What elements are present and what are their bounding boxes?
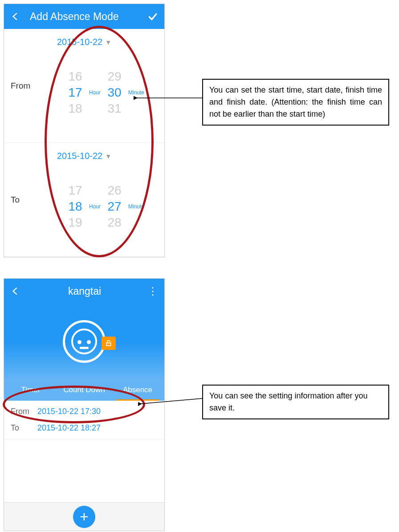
header: kangtai ⋮ xyxy=(4,279,164,304)
picker-value: 29 xyxy=(107,69,121,85)
picker-value: 17 xyxy=(68,85,82,101)
lock-icon[interactable] xyxy=(102,337,116,350)
page-title: kangtai xyxy=(22,285,147,297)
more-icon[interactable]: ⋮ xyxy=(147,285,159,297)
chevron-down-icon: ▼ xyxy=(105,39,111,46)
screen-add-absence: Add Absence Mode From 2015-10-22 ▼ 16 17… xyxy=(4,4,165,257)
to-label: To xyxy=(11,423,37,433)
back-arrow-icon[interactable] xyxy=(9,285,22,297)
callout-text: You can see the setting information afte… xyxy=(202,385,389,419)
picker-value: 31 xyxy=(107,101,121,117)
minute-unit: Minute xyxy=(128,203,144,210)
add-button[interactable]: + xyxy=(73,506,95,528)
from-label: From xyxy=(4,29,49,142)
from-section: From 2015-10-22 ▼ 16 17 18 Hour 29 30 31… xyxy=(4,29,164,143)
back-arrow-icon[interactable] xyxy=(9,10,22,23)
picker-value: 28 xyxy=(107,215,121,231)
bottom-bar: + xyxy=(4,502,164,531)
chevron-down-icon: ▼ xyxy=(105,153,111,160)
picker-value: 18 xyxy=(68,101,82,117)
picker-value: 18 xyxy=(68,199,82,215)
picker-value: 17 xyxy=(68,183,82,199)
page-title: Add Absence Mode xyxy=(22,11,147,23)
screen-device-detail: kangtai ⋮ Timer Count Down Absence From … xyxy=(4,278,165,531)
hour-unit: Hour xyxy=(89,89,101,96)
from-time-picker[interactable]: 16 17 18 Hour 29 30 31 Minute xyxy=(66,69,147,117)
plug-icon[interactable] xyxy=(63,320,106,363)
device-hero xyxy=(4,304,164,379)
confirm-icon[interactable] xyxy=(147,10,159,23)
to-date-selector[interactable]: 2015-10-22 ▼ xyxy=(57,151,111,161)
picker-value: 19 xyxy=(68,215,82,231)
hour-unit: Hour xyxy=(89,203,101,210)
from-date-selector[interactable]: 2015-10-22 ▼ xyxy=(57,37,111,47)
tab-countdown[interactable]: Count Down xyxy=(57,379,111,401)
picker-value: 30 xyxy=(107,85,121,101)
tab-bar: Timer Count Down Absence xyxy=(4,379,164,401)
to-date: 2015-10-22 xyxy=(57,151,102,161)
from-label: From xyxy=(11,407,37,416)
picker-value: 26 xyxy=(107,183,121,199)
tab-timer[interactable]: Timer xyxy=(4,379,57,401)
minute-unit: Minute xyxy=(128,89,144,96)
callout-text: You can set the start time, start date, … xyxy=(202,79,389,126)
to-label: To xyxy=(4,143,49,256)
absence-info[interactable]: From 2015-10-22 17:30 To 2015-10-22 18:2… xyxy=(4,401,164,439)
picker-value: 16 xyxy=(68,69,82,85)
to-section: To 2015-10-22 ▼ 17 18 19 Hour 26 27 28 M… xyxy=(4,143,164,257)
from-date: 2015-10-22 xyxy=(57,37,102,47)
to-value: 2015-10-22 18:27 xyxy=(37,423,101,433)
tab-absence[interactable]: Absence xyxy=(111,379,164,401)
from-value: 2015-10-22 17:30 xyxy=(37,407,101,416)
picker-value: 27 xyxy=(107,199,121,215)
to-time-picker[interactable]: 17 18 19 Hour 26 27 28 Minute xyxy=(66,183,147,231)
header: Add Absence Mode xyxy=(4,4,164,29)
